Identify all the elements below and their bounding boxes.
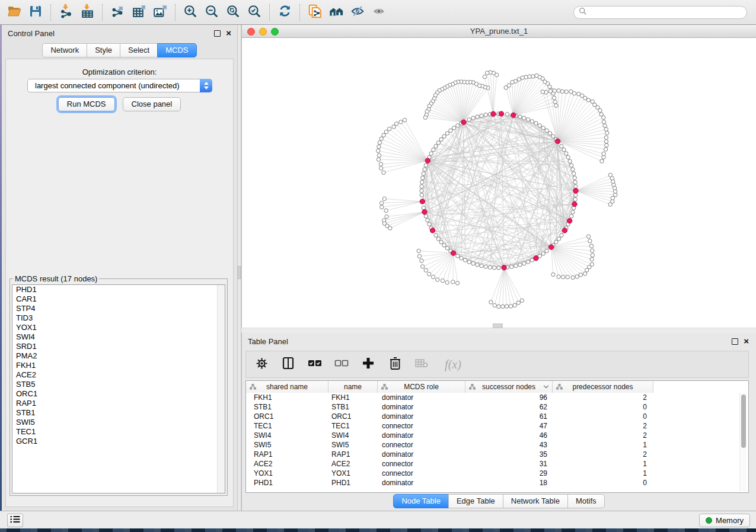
delete-table-icon xyxy=(415,358,428,370)
delete-table-button[interactable] xyxy=(413,355,430,373)
table-row[interactable]: SWI5SWI5connector431 xyxy=(246,440,740,450)
vertical-splitter[interactable] xyxy=(237,25,241,511)
list-item[interactable]: GCR1 xyxy=(12,437,225,446)
unselect-all-columns-button[interactable] xyxy=(333,355,350,373)
table-cell: 0 xyxy=(553,478,653,488)
list-item[interactable]: ACE2 xyxy=(12,370,225,380)
list-item[interactable]: ORC1 xyxy=(12,389,225,399)
table-row[interactable]: PHD1PHD1dominator180 xyxy=(246,478,740,488)
mcds-result-list[interactable]: PHD1CAR1STP4TID3YOX1SWI4SRD1PMA2FKH1ACE2… xyxy=(12,284,225,493)
tab-network[interactable]: Network xyxy=(42,43,87,57)
zoom-fit-button[interactable] xyxy=(222,3,244,22)
table-cell: RAP1 xyxy=(246,450,328,459)
list-item[interactable]: SWI4 xyxy=(12,332,225,342)
table-row[interactable]: YOX1YOX1connector291 xyxy=(246,469,740,478)
table-cell: 62 xyxy=(465,402,553,412)
zoom-out-icon xyxy=(204,4,219,21)
scrollbar-thumb[interactable] xyxy=(741,395,746,448)
column-header-successor-nodes[interactable]: successor nodes xyxy=(465,381,553,393)
table-toolbar: f(x) xyxy=(245,351,749,378)
tab-motifs[interactable]: Motifs xyxy=(567,494,605,508)
refresh-button[interactable] xyxy=(274,3,295,22)
list-item[interactable]: SWI5 xyxy=(12,418,225,427)
list-item[interactable]: STP4 xyxy=(12,304,225,313)
float-panel-icon[interactable] xyxy=(732,338,738,345)
splitter-handle[interactable] xyxy=(493,323,502,328)
import-table-button[interactable] xyxy=(76,3,98,22)
export-table-button[interactable] xyxy=(128,3,149,22)
table-row[interactable]: FKH1FKH1dominator962 xyxy=(246,393,740,402)
tab-network-table[interactable]: Network Table xyxy=(503,494,568,508)
zoom-selected-button[interactable] xyxy=(244,3,265,22)
table-row[interactable]: ORC1ORC1dominator610 xyxy=(246,412,740,421)
export-network-button[interactable] xyxy=(107,3,128,22)
close-panel-icon[interactable]: × xyxy=(226,28,231,39)
float-panel-icon[interactable] xyxy=(214,30,221,37)
list-item[interactable]: RAP1 xyxy=(12,399,225,408)
table-scrollbar[interactable] xyxy=(739,393,747,491)
criterion-dropdown[interactable]: largest connected component (undirected) xyxy=(27,79,212,92)
tab-edge-table[interactable]: Edge Table xyxy=(448,494,503,508)
table-cell: connector xyxy=(378,459,465,469)
list-item[interactable]: STB5 xyxy=(12,380,225,389)
network-window-title: YPA_prune.txt_1 xyxy=(242,27,756,36)
open-session-button[interactable] xyxy=(4,3,25,22)
table-row[interactable]: RAP1RAP1dominator352 xyxy=(246,450,740,459)
show-hidden-button[interactable] xyxy=(368,3,390,22)
show-all-homes-button[interactable] xyxy=(326,3,347,22)
import-network-button[interactable] xyxy=(55,3,76,22)
zoom-in-button[interactable] xyxy=(180,3,201,22)
memory-button[interactable]: Memory xyxy=(699,514,750,527)
table-cell: YOX1 xyxy=(328,469,378,478)
create-column-button[interactable] xyxy=(360,355,377,373)
select-all-columns-button[interactable] xyxy=(307,355,323,373)
column-header-name[interactable]: name xyxy=(328,381,378,393)
save-session-button[interactable] xyxy=(25,3,46,22)
network-canvas[interactable] xyxy=(242,38,756,328)
clone-network-button[interactable] xyxy=(304,3,326,22)
close-panel-icon[interactable]: × xyxy=(744,336,749,347)
list-item[interactable]: SRD1 xyxy=(12,342,225,351)
list-icon xyxy=(10,515,20,526)
result-list-scrollbar[interactable] xyxy=(217,285,225,493)
list-item[interactable]: STB1 xyxy=(12,408,225,418)
list-item[interactable]: YOX1 xyxy=(12,323,225,332)
function-builder-button[interactable]: f(x) xyxy=(440,355,466,373)
table-row[interactable]: ACE2ACE2connector311 xyxy=(246,459,740,469)
column-header-predecessor-nodes[interactable]: predecessor nodes xyxy=(553,381,653,393)
search-field[interactable] xyxy=(573,6,747,19)
tab-node-table[interactable]: Node Table xyxy=(393,494,449,508)
list-item[interactable]: PHD1 xyxy=(12,285,225,294)
list-item[interactable]: TID3 xyxy=(12,313,225,323)
task-history-button[interactable] xyxy=(7,514,23,527)
run-mcds-button[interactable]: Run MCDS xyxy=(58,97,115,111)
export-image-button[interactable] xyxy=(149,3,171,22)
table-row[interactable]: TEC1TEC1connector472 xyxy=(246,421,740,431)
horizontal-splitter[interactable] xyxy=(241,328,756,333)
network-window-titlebar[interactable]: YPA_prune.txt_1 xyxy=(242,25,756,38)
table-row[interactable]: STB1STB1dominator620 xyxy=(246,402,740,412)
splitter-handle[interactable] xyxy=(238,266,241,279)
list-item[interactable]: FKH1 xyxy=(12,361,225,370)
table-cell: 46 xyxy=(465,431,553,440)
list-item[interactable]: TEC1 xyxy=(12,427,225,437)
delete-columns-button[interactable] xyxy=(387,355,403,373)
show-columns-button[interactable] xyxy=(280,355,296,373)
list-item[interactable]: CAR1 xyxy=(12,294,225,304)
node-table: shared namenameMCDS rolesuccessor nodesp… xyxy=(245,380,749,493)
tab-mcds[interactable]: MCDS xyxy=(157,43,196,57)
toolbar-separator xyxy=(50,4,51,21)
close-panel-button[interactable]: Close panel xyxy=(123,97,181,111)
table-cell: 1 xyxy=(553,459,653,469)
tab-select[interactable]: Select xyxy=(120,43,158,57)
column-header-MCDS-role[interactable]: MCDS role xyxy=(378,381,465,393)
search-input[interactable] xyxy=(590,8,742,17)
tab-style[interactable]: Style xyxy=(87,43,120,57)
column-header-shared-name[interactable]: shared name xyxy=(246,381,328,393)
table-options-button[interactable] xyxy=(253,355,270,373)
table-row[interactable]: SWI4SWI4dominator462 xyxy=(246,431,740,440)
table-cell: YOX1 xyxy=(246,469,328,478)
zoom-out-button[interactable] xyxy=(201,3,222,22)
hide-selected-button[interactable] xyxy=(347,3,368,22)
list-item[interactable]: PMA2 xyxy=(12,351,225,361)
